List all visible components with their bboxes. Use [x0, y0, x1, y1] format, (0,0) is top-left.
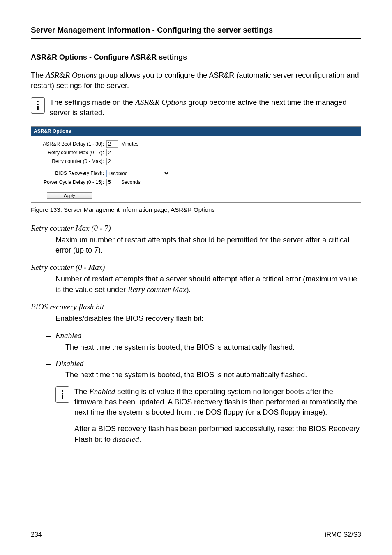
row-power-cycle: Power Cycle Delay (0 - 15): Seconds — [35, 179, 357, 186]
dash-icon: – — [46, 359, 55, 369]
sub-list: –Enabled The next time the system is boo… — [55, 330, 361, 381]
nested-note-text: The Enabled setting is of value if the o… — [74, 386, 361, 451]
def-body-bios-recovery: Enables/disables the BIOS recovery flash… — [55, 313, 361, 324]
note-text: The settings made on the ASR&R Options g… — [50, 97, 361, 118]
def-body-retry-max: Maximum number of restart attempts that … — [55, 235, 361, 255]
def-term-bios-recovery: BIOS recovery flash bit — [31, 302, 361, 313]
figure-caption: Figure 133: Server Management Informatio… — [31, 205, 361, 214]
sub-term-enabled: Enabled — [55, 331, 81, 340]
label-retry-max: Retry counter Max (0 - 7): — [35, 149, 106, 156]
sub-item-enabled: –Enabled The next time the system is boo… — [55, 330, 361, 353]
section-header: Server Management Information - Configur… — [31, 25, 361, 39]
note-pre: The settings made on the — [50, 98, 135, 107]
sub-body-enabled: The next time the system is booted, the … — [65, 342, 361, 353]
n1-mid: setting is of value if the operating sys… — [74, 388, 357, 417]
label-bios-recovery: BIOS Recovery Flash: — [35, 170, 106, 177]
info-icon: i — [55, 386, 69, 403]
label-power-cycle: Power Cycle Delay (0 - 15): — [35, 179, 106, 186]
row-bios-recovery: BIOS Recovery Flash: Disabled — [35, 170, 357, 177]
page-footer: 234 iRMC S2/S3 — [31, 527, 361, 539]
sub-body-disabled: The next time the system is booted, the … — [65, 370, 361, 380]
intro-paragraph: The ASR&R Options group allows you to co… — [31, 70, 361, 91]
note-box-top: i The settings made on the ASR&R Options… — [31, 97, 361, 118]
n1-pre: The — [74, 388, 89, 396]
n2-post: . — [139, 435, 141, 444]
asrr-options-panel: ASR&R Options ASR&R Boot Delay (1 - 30):… — [31, 126, 361, 203]
label-boot-delay: ASR&R Boot Delay (1 - 30): — [35, 141, 106, 148]
power-cycle-unit: Seconds — [121, 179, 141, 186]
page-number: 234 — [31, 530, 42, 539]
intro-pre: The — [31, 71, 46, 79]
sub-item-disabled: –Disabled The next time the system is bo… — [55, 358, 361, 381]
apply-button[interactable]: Apply — [47, 192, 92, 199]
dash-icon: – — [46, 331, 55, 341]
n1-it: Enabled — [89, 387, 115, 396]
sub-term-disabled: Disabled — [55, 359, 84, 368]
retry-counter-input[interactable] — [106, 158, 118, 165]
panel-title: ASR&R Options — [31, 127, 361, 136]
row-retry-counter: Retry counter (0 - Max): — [35, 158, 357, 165]
row-retry-max: Retry counter Max (0 - 7): — [35, 149, 357, 156]
product-label: iRMC S2/S3 — [325, 530, 361, 539]
info-icon: i — [31, 97, 45, 114]
def-term-retry-max: Retry counter Max (0 - 7) — [31, 223, 361, 234]
rc-body-pre: Number of restart attempts that a server… — [55, 275, 357, 294]
def-body-retry-counter: Number of restart attempts that a server… — [55, 274, 361, 295]
bios-recovery-select[interactable]: Disabled — [106, 170, 170, 177]
rc-body-italic: Retry counter Max — [128, 285, 186, 294]
subheading-asrr: ASR&R Options - Configure ASR&R settings — [31, 52, 361, 63]
intro-italic: ASR&R Options — [46, 71, 97, 79]
power-cycle-input[interactable] — [106, 179, 118, 186]
n2-it: disabled — [113, 435, 139, 444]
note-italic: ASR&R Options — [135, 98, 186, 107]
label-retry-counter: Retry counter (0 - Max): — [35, 158, 106, 165]
def-term-retry-counter: Retry counter (0 - Max) — [31, 262, 361, 273]
row-boot-delay: ASR&R Boot Delay (1 - 30): Minutes — [35, 140, 357, 148]
note-box-nested: i The Enabled setting is of value if the… — [55, 386, 361, 451]
panel-body: ASR&R Boot Delay (1 - 30): Minutes Retry… — [31, 136, 361, 202]
retry-max-input[interactable] — [106, 149, 118, 156]
boot-delay-input[interactable] — [106, 140, 118, 148]
rc-body-post: ). — [187, 286, 191, 294]
boot-delay-unit: Minutes — [121, 141, 138, 148]
